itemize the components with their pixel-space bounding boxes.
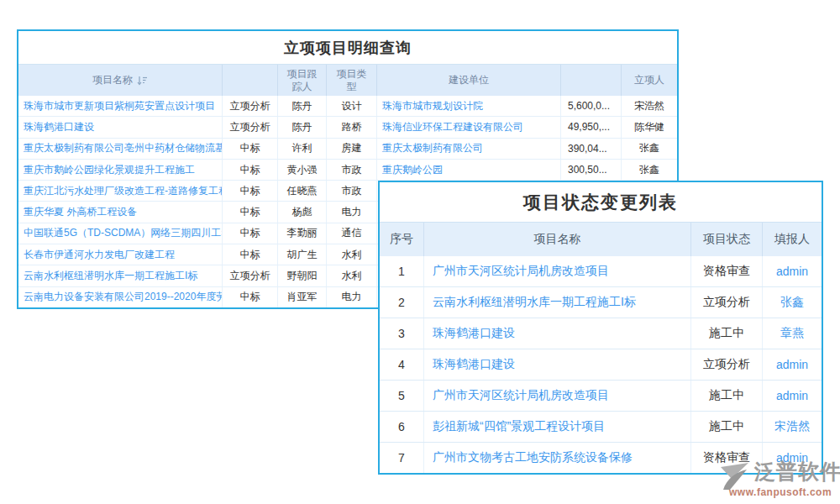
project-name-link[interactable]: 重庆市鹅岭公园绿化景观提升工程施工 <box>18 160 223 180</box>
row-number: 5 <box>380 381 424 411</box>
project-tracker: 陈丹 <box>278 117 327 137</box>
column-header-label: 项目名称 <box>92 74 133 87</box>
panel1-header-row: 项目名称 项目跟踪人 项目类型 建设单位 立项人 <box>18 65 677 96</box>
project-name-link[interactable]: 广州市天河区统计局机房改造项目 <box>424 381 691 411</box>
project-name-link[interactable]: 珠海鹤港口建设 <box>424 349 691 380</box>
project-amount: 49,950,... <box>561 117 622 137</box>
project-initiator: 陈华健 <box>622 117 677 137</box>
column-header-no: 序号 <box>380 223 424 256</box>
project-name-link[interactable]: 彭祖新城“四馆”景观工程设计项目 <box>424 412 691 442</box>
project-tracker: 野朝阳 <box>278 265 327 286</box>
status-change-list-panel: 项目状态变更列表 序号 项目名称 项目状态 填报人 1 广州市天河区统计局机房改… <box>378 181 823 475</box>
panel2-title: 项目状态变更列表 <box>380 182 822 223</box>
project-status: 中标 <box>223 287 278 307</box>
project-status: 中标 <box>223 181 278 201</box>
reporter-link[interactable]: admin <box>763 381 822 411</box>
project-type: 电力 <box>327 287 377 307</box>
project-type: 通信 <box>327 223 377 244</box>
project-name-link[interactable]: 云南水利枢纽潜明水库一期工程施工I标 <box>18 265 223 286</box>
sort-descending-icon[interactable] <box>137 76 148 86</box>
project-status: 立项分析 <box>223 117 278 137</box>
table-row: 重庆太极制药有限公司亳州中药材仓储物流基地 中标 许利 房建 重庆太极制药有限公… <box>18 139 677 160</box>
column-header-amount <box>561 65 622 96</box>
table-row: 2 云南水利枢纽潜明水库一期工程施工I标 立项分析 张鑫 <box>380 287 822 318</box>
project-status: 立项分析 <box>223 265 278 286</box>
construction-unit-link[interactable]: 重庆太极制药有限公司 <box>377 139 561 159</box>
project-name-link[interactable]: 重庆华夏 外高桥工程设备 <box>18 202 223 222</box>
column-header-label: 项目类型 <box>333 68 370 93</box>
project-tracker: 李勤丽 <box>278 223 327 244</box>
project-type: 电力 <box>327 202 377 222</box>
reporter-link[interactable]: admin <box>763 349 822 380</box>
project-amount: 5,600,0... <box>561 96 622 116</box>
project-name-link[interactable]: 中国联通5G（TD-SCDMA）网络三期四川工程 <box>18 223 223 244</box>
project-type: 设计 <box>327 96 377 116</box>
project-name-link[interactable]: 云南电力设备安装有限公司2019--2020年度劳务 <box>18 287 223 307</box>
project-amount: 300,50... <box>561 160 622 180</box>
project-name-link[interactable]: 珠海鹤港口建设 <box>424 318 691 349</box>
project-status: 中标 <box>223 202 278 222</box>
project-status: 中标 <box>223 244 278 265</box>
vendor-watermark: 泛普软件 www.fanpusoft.com <box>716 458 840 501</box>
panel2-header-row: 序号 项目名称 项目状态 填报人 <box>380 223 822 256</box>
table-row: 6 彭祖新城“四馆”景观工程设计项目 施工中 宋浩然 <box>380 412 822 443</box>
column-header-project-name: 项目名称 <box>424 223 691 256</box>
project-type: 市政 <box>327 160 377 180</box>
project-tracker: 肖亚军 <box>278 287 327 307</box>
column-header-status <box>223 65 278 96</box>
project-tracker: 陈丹 <box>278 96 327 116</box>
column-header-tracker: 项目跟踪人 <box>278 65 327 96</box>
reporter-link[interactable]: 张鑫 <box>763 287 822 318</box>
construction-unit-link[interactable]: 珠海信业环保工程建设有限公司 <box>377 117 561 137</box>
reporter-link[interactable]: 章燕 <box>763 318 822 349</box>
project-name-link[interactable]: 珠海市城市更新项目紫桐苑安置点设计项目 <box>18 96 223 116</box>
watermark-brand-text: 泛普软件 <box>754 458 840 486</box>
panel1-title: 立项项目明细查询 <box>18 31 677 65</box>
row-number: 1 <box>380 256 424 286</box>
project-status: 立项分析 <box>691 349 763 380</box>
project-name-link[interactable]: 珠海鹤港口建设 <box>18 117 223 137</box>
project-type: 路桥 <box>327 117 377 137</box>
project-type: 水利 <box>327 265 377 286</box>
row-number: 7 <box>380 443 424 473</box>
column-header-unit: 建设单位 <box>377 65 561 96</box>
table-row: 珠海市城市更新项目紫桐苑安置点设计项目 立项分析 陈丹 设计 珠海市城市规划设计… <box>18 96 677 117</box>
table-row: 重庆市鹅岭公园绿化景观提升工程施工 中标 黄小强 市政 重庆鹅岭公园 300,5… <box>18 160 677 181</box>
table-row: 4 珠海鹤港口建设 立项分析 admin <box>380 349 822 381</box>
project-name-link[interactable]: 广州市文物考古工地安防系统设备保修 <box>424 443 691 473</box>
row-number: 4 <box>380 349 424 380</box>
project-initiator: 宋浩然 <box>622 96 677 116</box>
project-name-link[interactable]: 重庆太极制药有限公司亳州中药材仓储物流基地 <box>18 139 223 159</box>
watermark-url-text: www.fanpusoft.com <box>729 486 832 498</box>
project-status: 中标 <box>223 223 278 244</box>
table-row: 1 广州市天河区统计局机房改造项目 资格审查 admin <box>380 256 822 287</box>
project-amount: 390,04... <box>561 139 622 159</box>
project-name-link[interactable]: 云南水利枢纽潜明水库一期工程施工I标 <box>424 287 691 318</box>
reporter-link[interactable]: admin <box>763 256 822 286</box>
row-number: 2 <box>380 287 424 318</box>
project-initiator: 张鑫 <box>622 139 677 159</box>
project-status: 施工中 <box>691 412 763 442</box>
page: 立项项目明细查询 项目名称 项目跟踪人 项目类型 建设单位 <box>0 0 840 504</box>
column-header-project-name[interactable]: 项目名称 <box>18 65 223 96</box>
project-type: 房建 <box>327 139 377 159</box>
project-status: 施工中 <box>691 381 763 411</box>
project-tracker: 许利 <box>278 139 327 159</box>
construction-unit-link[interactable]: 珠海市城市规划设计院 <box>377 96 561 116</box>
project-status: 立项分析 <box>223 96 278 116</box>
reporter-link[interactable]: 宋浩然 <box>763 412 822 442</box>
row-number: 6 <box>380 412 424 442</box>
column-header-type: 项目类型 <box>327 65 377 96</box>
panel2-table-body: 1 广州市天河区统计局机房改造项目 资格审查 admin 2 云南水利枢纽潜明水… <box>380 256 822 473</box>
construction-unit-link[interactable]: 重庆鹅岭公园 <box>377 160 561 180</box>
project-tracker: 胡广生 <box>278 244 327 265</box>
column-header-initiator: 立项人 <box>622 65 677 96</box>
table-row: 5 广州市天河区统计局机房改造项目 施工中 admin <box>380 381 822 412</box>
project-name-link[interactable]: 重庆江北污水处理厂级改造工程-道路修复工程 <box>18 181 223 201</box>
project-initiator: 张鑫 <box>622 160 677 180</box>
project-name-link[interactable]: 长春市伊通河水力发电厂改建工程 <box>18 244 223 265</box>
project-tracker: 任晓燕 <box>278 181 327 201</box>
project-name-link[interactable]: 广州市天河区统计局机房改造项目 <box>424 256 691 286</box>
column-header-status: 项目状态 <box>691 223 763 256</box>
row-number: 3 <box>380 318 424 349</box>
